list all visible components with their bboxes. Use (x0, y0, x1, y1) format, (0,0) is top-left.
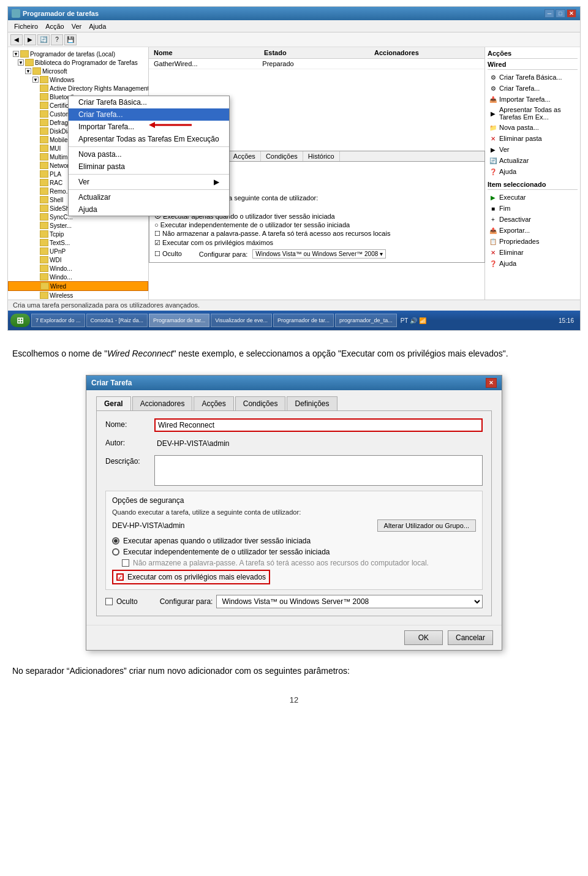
checkbox-1[interactable] (122, 559, 129, 567)
action-exportar[interactable]: 📤 Exportar... (488, 225, 578, 236)
expand-root[interactable]: ▼ (13, 51, 19, 57)
dialog-tab-condicoes[interactable]: Condições (235, 396, 286, 410)
save-button[interactable]: 💾 (64, 34, 77, 45)
tree-windo1[interactable]: Windo... (8, 264, 148, 273)
action-apresentar[interactable]: ▶ Apresentar Todas as Tarefas Em Ex... (488, 105, 578, 122)
radio-1[interactable] (112, 537, 119, 545)
action-eliminar[interactable]: ✕ Eliminar (488, 247, 578, 258)
action-ajuda2[interactable]: ❓ Ajuda (488, 258, 578, 269)
checkbox-2[interactable]: ✓ (116, 573, 124, 581)
taskbar-item-2[interactable]: Consola1 - [Raiz da... (86, 314, 148, 327)
radio-2[interactable] (112, 548, 119, 556)
ctx-criar-basica[interactable]: Criar Tarefa Básica... (69, 96, 229, 108)
action-ver[interactable]: ▶ Ver (488, 144, 578, 155)
tab-accoes[interactable]: Acções (228, 151, 261, 161)
descricao-input[interactable] (154, 455, 483, 486)
checkbox-row-1[interactable]: Não armazene a palavra-passe. A tarefa s… (122, 559, 476, 567)
expand-biblioteca[interactable]: ▼ (18, 59, 24, 66)
ctx-apresentar[interactable]: Apresentar Todas as Tarefas Em Execução (69, 133, 229, 145)
ctx-ver[interactable]: Ver ▶ (69, 176, 229, 188)
action-desactivar[interactable]: + Desactivar (488, 214, 578, 225)
cancel-button[interactable]: Cancelar (448, 630, 493, 645)
action-importar[interactable]: 📥 Importar Tarefa... (488, 94, 578, 105)
change-user-button[interactable]: Alterar Utilizador ou Grupo... (377, 519, 476, 532)
taskbar-item-5[interactable]: Programador de tar... (273, 314, 334, 327)
action-eliminar-pasta[interactable]: ✕ Eliminar pasta (488, 133, 578, 144)
action-actualizar[interactable]: 🔄 Actualizar (488, 155, 578, 166)
menu-ver[interactable]: Ver (68, 22, 86, 31)
checkbox-row-2-highlighted[interactable]: ✓ Executar com os privilégios mais eleva… (112, 570, 270, 584)
dialog-controls[interactable]: ✕ (486, 378, 497, 388)
dialog-tab-accionadores[interactable]: Accionadores (132, 396, 193, 410)
tree-root-label: Programador de tarefas (Local) (30, 51, 115, 58)
tree-texts[interactable]: TextS... (8, 238, 148, 247)
ctx-eliminar-pasta[interactable]: Eliminar pasta (69, 160, 229, 173)
tree-wireless[interactable]: Wireless (8, 291, 148, 300)
help-button[interactable]: ? (51, 34, 63, 45)
taskbar-item-4[interactable]: Visualizador de eve... (211, 314, 272, 327)
expand-microsoft[interactable]: ▼ (25, 68, 31, 74)
tab-historico[interactable]: Histórico (303, 151, 340, 161)
ctx-importar[interactable]: Importar Tarefa... (69, 121, 229, 133)
tree-windows[interactable]: ▼ Windows (8, 75, 148, 84)
action-criar[interactable]: ⚙ Criar Tarefa... (488, 83, 578, 94)
maximize-button[interactable]: □ (556, 9, 565, 18)
dialog-tab-geral[interactable]: Geral (96, 396, 131, 410)
dialog-tab-accoes[interactable]: Acções (194, 396, 233, 410)
root-icon (20, 50, 29, 58)
expand-windows[interactable]: ▼ (32, 77, 39, 83)
minimize-button[interactable]: ─ (545, 9, 554, 18)
tree-adrs[interactable]: Active Directory Rights Management Servi… (8, 84, 148, 93)
item-seleccionado-title: Item seleccionado (488, 181, 578, 190)
dialog-close-button[interactable]: ✕ (486, 378, 497, 388)
action-fim[interactable]: ■ Fim (488, 203, 578, 214)
refresh-button[interactable]: 🔄 (37, 34, 50, 45)
tab-condicoes[interactable]: Condições (261, 151, 303, 161)
action-nova-pasta[interactable]: 📁 Nova pasta... (488, 122, 578, 133)
taskbar-item-6[interactable]: programador_de_ta... (335, 314, 397, 327)
tree-windo2[interactable]: Windo... (8, 273, 148, 281)
menu-ficheiro[interactable]: Ficheiro (10, 22, 42, 31)
action-apresentar-label: Apresentar Todas as Tarefas Em Ex... (499, 106, 576, 121)
task-row-1[interactable]: GatherWired... Preparado (149, 59, 484, 69)
radio-row-1[interactable]: Executar apenas quando o utilizador tive… (112, 537, 476, 545)
back-button[interactable]: ◀ (10, 34, 23, 45)
taskbar-item-1[interactable]: 7 Explorador do ... (31, 314, 85, 327)
ctx-nova-pasta[interactable]: Nova pasta... (69, 148, 229, 160)
menu-accao[interactable]: Acção (42, 22, 68, 31)
radio-2-label: Executar independentemente de o utilizad… (123, 548, 330, 556)
tree-windo1-label: Windo... (50, 265, 72, 272)
nome-input[interactable] (154, 418, 483, 432)
close-button[interactable]: ✕ (567, 9, 576, 18)
action-ajuda[interactable]: ❓ Ajuda (488, 166, 578, 177)
tree-system[interactable]: Syster... (8, 221, 148, 230)
window-controls[interactable]: ─ □ ✕ (545, 9, 576, 18)
dialog-tab-definicoes[interactable]: Definições (287, 396, 337, 410)
tree-tcpip[interactable]: Tcpip (8, 230, 148, 238)
action-propriedades[interactable]: 📋 Propriedades (488, 236, 578, 247)
clock-time: 15:16 (559, 317, 574, 324)
ctx-actualizar[interactable]: Actualizar (69, 191, 229, 203)
configurar-select[interactable]: Windows Vista™ ou Windows Server™ 2008 (216, 595, 483, 608)
ctx-ajuda[interactable]: Ajuda (69, 203, 229, 216)
security-title: Opções de segurança (112, 496, 476, 505)
action-criar-basica[interactable]: ⚙ Criar Tarefa Básica... (488, 72, 578, 83)
tree-microsoft[interactable]: ▼ Microsoft (8, 67, 148, 75)
forward-button[interactable]: ▶ (24, 34, 36, 45)
tree-root-item[interactable]: ▼ Programador de tarefas (Local) (8, 50, 148, 58)
start-button[interactable]: ⊞ (10, 314, 30, 327)
menu-bar: Ficheiro Acção Ver Ajuda (8, 20, 580, 32)
tree-wdi[interactable]: WDI (8, 255, 148, 264)
tree-wired[interactable]: Wired (8, 281, 148, 291)
multimedia-icon (40, 153, 48, 160)
taskbar-item-3[interactable]: Programador de tar... (149, 314, 209, 327)
tree-biblioteca[interactable]: ▼ Biblioteca do Programador de Tarefas (8, 58, 148, 67)
ok-button[interactable]: OK (404, 630, 443, 645)
oculto-checkbox[interactable] (105, 598, 113, 605)
radio-row-2[interactable]: Executar independentemente de o utilizad… (112, 548, 476, 556)
ctx-criar-tarefa[interactable]: Criar Tarefa... (69, 108, 229, 121)
menu-ajuda[interactable]: Ajuda (85, 22, 110, 31)
tree-upnp[interactable]: UPnP (8, 247, 148, 255)
action-executar[interactable]: ▶ Executar (488, 192, 578, 203)
apresentar-icon: ▶ (489, 109, 497, 118)
